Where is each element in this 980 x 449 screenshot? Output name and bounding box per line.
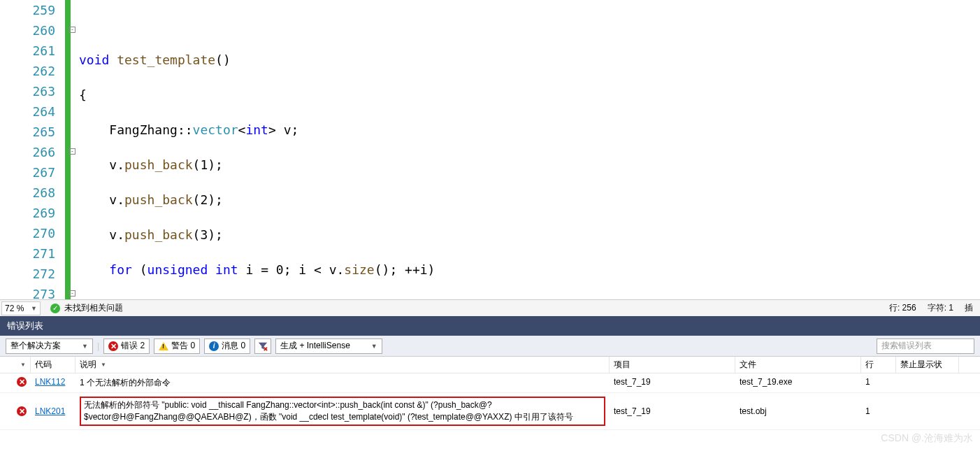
source-combo[interactable]: 生成 + IntelliSense ▼ bbox=[275, 338, 382, 354]
error-line: 1 bbox=[861, 405, 896, 418]
error-icon: ✕ bbox=[17, 406, 27, 416]
panel-title: 错误列表 bbox=[7, 320, 43, 332]
error-list-toolbar: 整个解决方案 ▼ | ✕ 错误 2 警告 0 i 消息 0 生成 + Intel… bbox=[0, 336, 980, 357]
warnings-filter-button[interactable]: 警告 0 bbox=[154, 338, 200, 354]
error-file: test_7_19.exe bbox=[735, 376, 861, 388]
fold-toggle-icon[interactable]: - bbox=[69, 148, 75, 155]
col-file[interactable]: 文件 bbox=[735, 357, 861, 373]
error-list-header[interactable]: 错误列表 bbox=[0, 316, 980, 336]
char-indicator[interactable]: 字符: 1 bbox=[928, 302, 953, 314]
chevron-down-icon: ▼ bbox=[31, 305, 37, 312]
col-suppress[interactable]: 禁止显示状 bbox=[896, 357, 959, 373]
chevron-down-icon: ▼ bbox=[82, 343, 88, 350]
error-icon: ✕ bbox=[17, 377, 27, 387]
col-project[interactable]: 项目 bbox=[610, 357, 735, 373]
error-code-link[interactable]: LNK112 bbox=[35, 377, 65, 387]
zoom-value: 72 % bbox=[5, 304, 31, 313]
error-description: 无法解析的外部符号 "public: void __thiscall FangZ… bbox=[75, 395, 610, 427]
col-line[interactable]: 行 bbox=[861, 357, 896, 373]
editor-statusbar: 72 % ▼ ✓ 未找到相关问题 行: 256 字符: 1 插 bbox=[0, 299, 980, 316]
messages-filter-button[interactable]: i 消息 0 bbox=[204, 338, 250, 354]
fold-toggle-icon[interactable]: - bbox=[69, 290, 75, 297]
warning-icon bbox=[159, 342, 168, 350]
issues-summary: 未找到相关问题 bbox=[64, 302, 123, 314]
col-code[interactable]: 代码 bbox=[31, 357, 75, 373]
watermark: CSDN @.沧海难为水 bbox=[881, 432, 973, 445]
clear-filter-button[interactable] bbox=[254, 338, 271, 354]
error-row[interactable]: ✕ LNK112 1 个无法解析的外部命令 test_7_19 test_7_1… bbox=[0, 373, 980, 393]
check-icon: ✓ bbox=[50, 304, 60, 313]
fold-gutter[interactable]: - - - bbox=[71, 0, 78, 299]
error-line: 1 bbox=[861, 376, 896, 388]
error-file: test.obj bbox=[735, 405, 861, 418]
line-number-gutter: 2592602612622632642652662672682692702712… bbox=[0, 0, 65, 299]
col-desc[interactable]: 说明▼ bbox=[75, 357, 610, 373]
error-code-link[interactable]: LNK201 bbox=[35, 406, 65, 416]
error-grid: ▼ 代码 说明▼ 项目 文件 行 禁止显示状 ✕ LNK112 1 个无法解析的… bbox=[0, 357, 980, 430]
line-indicator[interactable]: 行: 256 bbox=[889, 302, 916, 314]
zoom-combo[interactable]: 72 % ▼ bbox=[1, 301, 41, 315]
filter-icon bbox=[258, 341, 268, 351]
errors-filter-button[interactable]: ✕ 错误 2 bbox=[103, 338, 150, 354]
error-project: test_7_19 bbox=[610, 405, 735, 418]
error-icon: ✕ bbox=[108, 341, 118, 351]
code-editor[interactable]: 2592602612622632642652662672682692702712… bbox=[0, 0, 980, 299]
insert-mode[interactable]: 插 bbox=[965, 302, 973, 314]
code-area[interactable]: void test_template() { FangZhang::vector… bbox=[78, 0, 980, 299]
scope-combo[interactable]: 整个解决方案 ▼ bbox=[6, 338, 93, 354]
error-description: 1 个无法解析的外部命令 bbox=[75, 376, 610, 390]
chevron-down-icon: ▼ bbox=[371, 343, 377, 350]
error-project: test_7_19 bbox=[610, 376, 735, 388]
error-grid-header[interactable]: ▼ 代码 说明▼ 项目 文件 行 禁止显示状 bbox=[0, 357, 980, 373]
search-input[interactable]: 搜索错误列表 bbox=[877, 338, 974, 354]
col-icon[interactable]: ▼ bbox=[0, 357, 31, 373]
error-row[interactable]: ✕ LNK201 无法解析的外部符号 "public: void __thisc… bbox=[0, 393, 980, 430]
info-icon: i bbox=[209, 341, 219, 351]
fold-toggle-icon[interactable]: - bbox=[69, 27, 75, 33]
